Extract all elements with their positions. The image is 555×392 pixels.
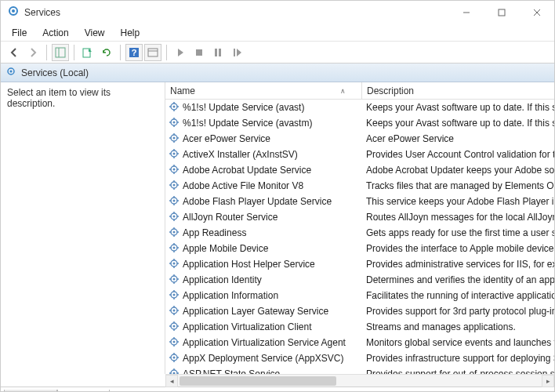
service-name-cell: ASP.NET State Service [165, 368, 361, 375]
pause-service-button[interactable] [209, 44, 227, 61]
minimize-button[interactable] [448, 1, 484, 24]
column-header-description-label: Description [367, 85, 414, 96]
horizontal-scrollbar[interactable]: ◂ ▸ [165, 374, 554, 387]
service-description-text: Acer ePower Service [366, 133, 454, 144]
service-row[interactable]: Adobe Acrobat Update ServiceAdobe Acroba… [165, 162, 554, 178]
service-row[interactable]: Application Virtualization Service Agent… [165, 335, 554, 350]
service-list[interactable]: %1!s! Update Service (avast)Keeps your A… [165, 100, 554, 374]
help-button[interactable]: ? [125, 44, 143, 61]
svg-point-32 [173, 136, 176, 139]
service-name-cell: Application Host Helper Service [165, 258, 361, 271]
gear-icon [169, 289, 180, 303]
app-icon [7, 5, 20, 20]
menu-file[interactable]: File [4, 26, 34, 40]
scroll-thumb[interactable] [180, 376, 336, 386]
service-name-cell: AllJoyn Router Service [165, 211, 361, 224]
service-row[interactable]: %1!s! Update Service (avast)Keeps your A… [165, 100, 554, 115]
toolbar-separator [120, 45, 121, 60]
stop-service-button[interactable] [190, 44, 208, 61]
gear-icon [169, 132, 180, 146]
service-description-cell: Keeps your Avast software up to date. If… [361, 102, 554, 113]
show-hide-tree-button[interactable] [52, 44, 69, 61]
detail-pane: Select an item to view its description. [1, 82, 165, 374]
service-description-cell: Facilitates the running of interactive a… [361, 290, 554, 301]
window-controls [448, 1, 554, 24]
service-description-cell: Adobe Acrobat Updater keeps your Adobe s… [361, 165, 554, 176]
svg-point-74 [173, 246, 176, 249]
menu-view[interactable]: View [77, 26, 113, 40]
service-description-cell: Streams and manages applications. [361, 321, 554, 332]
service-row[interactable]: ASP.NET State ServiceProvides support fo… [165, 366, 554, 374]
svg-rect-6 [56, 48, 65, 57]
service-row[interactable]: Application Layer Gateway ServiceProvide… [165, 303, 554, 319]
gear-icon [169, 164, 180, 177]
service-name-cell: %1!s! Update Service (avastm) [165, 117, 361, 130]
service-name-cell: Application Virtualization Service Agent [165, 336, 361, 350]
service-row[interactable]: Application IdentityDetermines and verif… [165, 272, 554, 288]
svg-rect-16 [234, 49, 235, 56]
service-row[interactable]: Application Host Helper ServiceProvides … [165, 256, 554, 272]
column-header-description[interactable]: Description [362, 85, 554, 96]
service-description-text: Provides administrative services for IIS… [366, 259, 554, 270]
service-name-text: Application Virtualization Client [183, 321, 312, 332]
menu-help[interactable]: Help [113, 26, 148, 40]
gear-icon [169, 321, 180, 334]
service-description-text: Adobe Acrobat Updater keeps your Adobe s… [366, 165, 554, 176]
menu-action[interactable]: Action [34, 26, 76, 40]
scroll-right-button[interactable]: ▸ [542, 375, 554, 387]
service-row[interactable]: Apple Mobile DeviceProvides the interfac… [165, 241, 554, 256]
service-description-cell: Provides support for 3rd party protocol … [361, 306, 554, 317]
service-row[interactable]: Acer ePower ServiceAcer ePower Service [165, 131, 554, 147]
restart-service-button[interactable] [228, 44, 245, 61]
services-root-icon [5, 66, 16, 80]
service-row[interactable]: App ReadinessGets apps ready for use the… [165, 225, 554, 241]
column-header-name[interactable]: Name ∧ [165, 85, 361, 96]
service-name-cell: Apple Mobile Device [165, 242, 361, 256]
svg-point-38 [173, 152, 176, 154]
service-description-text: Provides infrastructure support for depl… [366, 353, 554, 364]
detail-prompt: Select an item to view its description. [7, 87, 111, 109]
forward-button[interactable] [24, 44, 42, 61]
gear-icon [169, 117, 180, 130]
svg-point-18 [10, 70, 13, 72]
properties-button[interactable] [144, 44, 161, 61]
service-name-text: Adobe Active File Monitor V8 [183, 180, 303, 191]
svg-point-110 [173, 340, 176, 343]
service-description-cell: Acer ePower Service [361, 133, 554, 144]
svg-point-1 [12, 9, 15, 13]
service-row[interactable]: Application Virtualization ClientStreams… [165, 319, 554, 335]
service-description-cell: Provides administrative services for IIS… [361, 259, 554, 270]
svg-text:?: ? [132, 48, 137, 57]
service-name-text: %1!s! Update Service (avast) [183, 102, 304, 113]
service-name-text: Adobe Acrobat Update Service [183, 165, 311, 176]
sort-ascending-icon: ∧ [340, 87, 346, 95]
service-row[interactable]: ActiveX Installer (AxInstSV)Provides Use… [165, 147, 554, 162]
close-button[interactable] [519, 1, 554, 24]
service-row[interactable]: Adobe Active File Monitor V8Tracks files… [165, 178, 554, 194]
svg-rect-11 [148, 49, 158, 56]
service-name-text: Application Information [183, 290, 278, 301]
service-name-text: Application Layer Gateway Service [183, 306, 328, 317]
service-name-cell: Application Identity [165, 274, 361, 287]
service-name-text: Adobe Flash Player Update Service [183, 196, 332, 207]
maximize-button[interactable] [484, 1, 519, 24]
refresh-button[interactable] [98, 44, 115, 61]
toolbar: ? [1, 42, 554, 64]
service-row[interactable]: Application InformationFacilitates the r… [165, 288, 554, 303]
service-row[interactable]: Adobe Flash Player Update ServiceThis se… [165, 194, 554, 209]
svg-point-86 [173, 278, 176, 280]
back-button[interactable] [5, 44, 23, 61]
console-tree-root-label[interactable]: Services (Local) [21, 67, 89, 78]
gear-icon [169, 274, 180, 287]
service-row[interactable]: AllJoyn Router ServiceRoutes AllJoyn mes… [165, 209, 554, 225]
gear-icon [169, 368, 180, 375]
service-row[interactable]: AppX Deployment Service (AppXSVC)Provide… [165, 350, 554, 366]
service-row[interactable]: %1!s! Update Service (avastm)Keeps your … [165, 115, 554, 131]
export-list-button[interactable] [79, 44, 96, 61]
scroll-left-button[interactable]: ◂ [165, 375, 178, 387]
service-description-cell: Monitors global service events and launc… [361, 337, 554, 348]
svg-point-80 [173, 262, 176, 264]
svg-rect-13 [196, 49, 202, 56]
start-service-button[interactable] [172, 44, 189, 61]
service-description-text: Determines and verifies the identity of … [366, 274, 554, 285]
